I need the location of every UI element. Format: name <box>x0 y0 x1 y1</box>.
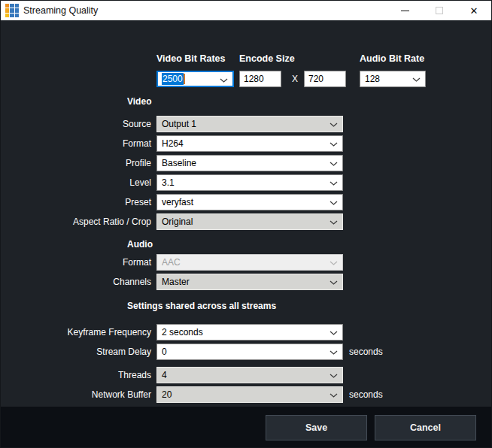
audio-bit-rate-label: Audio Bit Rate <box>360 53 424 64</box>
streaming-quality-dialog: Streaming Quality ✕ Video Bit Rates Enco… <box>0 0 492 448</box>
combo-text: Output 1 <box>162 119 196 129</box>
chevron-down-icon <box>330 280 338 285</box>
combo-text: Original <box>162 216 193 227</box>
chevron-down-icon <box>412 77 421 82</box>
level-combo[interactable]: 3.1 <box>156 174 343 191</box>
channels-label: Channels <box>1 274 151 290</box>
chevron-down-icon <box>330 261 338 265</box>
chevron-down-icon <box>330 142 338 147</box>
threads-combo[interactable]: 4 <box>156 367 343 383</box>
chevron-down-icon <box>330 181 338 186</box>
combo-text: 0 <box>162 347 167 357</box>
top-controls-row: 2500 128 <box>1 71 491 87</box>
app-grid-icon <box>5 4 19 17</box>
chevron-down-icon <box>330 393 338 398</box>
video-bit-rates-label: Video Bit Rates <box>156 53 225 64</box>
form-row: Profile Baseline <box>1 155 491 171</box>
maximize-button <box>422 1 457 20</box>
threads-label: Threads <box>1 367 151 383</box>
video-format-combo[interactable]: H264 <box>156 135 343 152</box>
close-icon: ✕ <box>470 5 478 17</box>
combo-text: AAC <box>162 257 181 268</box>
combo-text: 2 seconds <box>162 327 203 338</box>
form-row: Aspect Ratio / Crop Original <box>1 213 491 230</box>
video-format-label: Format <box>1 135 151 152</box>
minimize-icon <box>401 11 409 11</box>
preset-label: Preset <box>1 194 151 210</box>
chevron-down-icon <box>330 350 338 355</box>
chevron-down-icon <box>330 201 338 205</box>
combo-text: 3.1 <box>162 177 175 188</box>
video-bit-rate-combo[interactable]: 2500 <box>156 71 234 87</box>
stream-delay-label: Stream Delay <box>1 344 151 360</box>
dialog-body: Video Bit Rates Encode Size Audio Bit Ra… <box>1 20 491 407</box>
encode-width-input[interactable] <box>239 71 281 87</box>
form-row: Preset veryfast <box>1 194 491 210</box>
chevron-down-icon <box>220 78 228 83</box>
audio-format-label: Format <box>1 254 151 271</box>
form-row: Stream Delay 0 seconds <box>1 344 491 360</box>
stream-delay-suffix: seconds <box>349 344 383 360</box>
combo-text: veryfast <box>162 197 193 207</box>
stream-delay-combo[interactable]: 0 <box>156 344 343 360</box>
chevron-down-icon <box>330 374 338 378</box>
form-row: Keyframe Frequency 2 seconds <box>1 324 491 341</box>
combo-text: 4 <box>162 370 167 380</box>
keyframe-frequency-combo[interactable]: 2 seconds <box>156 324 343 341</box>
encode-size-separator: X <box>289 71 301 87</box>
combo-text: Master <box>162 277 190 287</box>
aspect-ratio-crop-combo[interactable]: Original <box>156 213 343 230</box>
form-row: Channels Master <box>1 274 491 290</box>
window-title: Streaming Quality <box>23 1 98 20</box>
dialog-footer: Save Cancel <box>1 407 491 448</box>
cancel-button[interactable]: Cancel <box>375 415 476 440</box>
chevron-down-icon <box>330 162 338 166</box>
combo-selected-text: 2500 <box>162 73 184 85</box>
chevron-down-icon <box>330 220 338 225</box>
form-row: Source Output 1 <box>1 116 491 132</box>
channels-combo[interactable]: Master <box>156 274 343 290</box>
keyframe-frequency-label: Keyframe Frequency <box>1 324 151 341</box>
level-label: Level <box>1 174 151 191</box>
combo-text: 128 <box>365 74 380 84</box>
audio-section-header: Audio <box>127 239 153 250</box>
form-row: Level 3.1 <box>1 174 491 191</box>
encode-size-label: Encode Size <box>239 53 295 64</box>
form-row: Format AAC <box>1 254 491 271</box>
chevron-down-icon <box>330 123 338 127</box>
audio-format-combo: AAC <box>156 254 343 271</box>
network-buffer-combo[interactable]: 20 <box>156 386 343 403</box>
source-label: Source <box>1 116 151 132</box>
form-row: Network Buffer 20 seconds <box>1 386 491 403</box>
combo-text: H264 <box>162 138 184 149</box>
encode-height-input[interactable] <box>304 71 346 87</box>
combo-text: 20 <box>162 389 172 400</box>
form-row: Format H264 <box>1 135 491 152</box>
network-buffer-suffix: seconds <box>349 386 383 403</box>
minimize-button[interactable] <box>387 1 422 20</box>
close-button[interactable]: ✕ <box>457 1 491 20</box>
audio-bit-rate-combo[interactable]: 128 <box>360 71 426 87</box>
combo-text: Baseline <box>162 158 196 168</box>
preset-combo[interactable]: veryfast <box>156 194 343 210</box>
profile-combo[interactable]: Baseline <box>156 155 343 171</box>
aspect-ratio-crop-label: Aspect Ratio / Crop <box>1 213 151 230</box>
save-button[interactable]: Save <box>266 415 367 440</box>
chevron-down-icon <box>330 331 338 335</box>
profile-label: Profile <box>1 155 151 171</box>
form-row: Threads 4 <box>1 367 491 383</box>
network-buffer-label: Network Buffer <box>1 386 151 403</box>
title-bar: Streaming Quality ✕ <box>1 1 491 20</box>
maximize-icon <box>436 7 443 14</box>
shared-settings-header: Settings shared across all streams <box>127 301 276 312</box>
text-caret <box>184 74 185 84</box>
video-section-header: Video <box>127 96 151 107</box>
source-combo[interactable]: Output 1 <box>156 116 343 132</box>
